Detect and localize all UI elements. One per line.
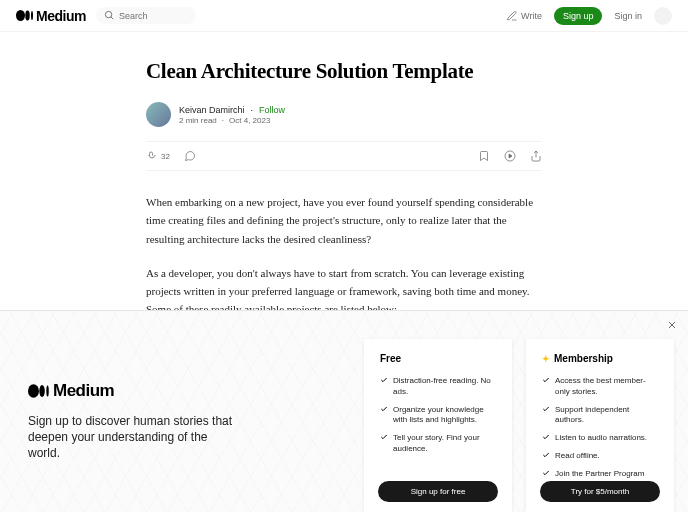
signup-overlay: Medium Sign up to discover human stories… <box>0 310 688 512</box>
try-membership-button[interactable]: Try for $5/month <box>540 481 660 502</box>
check-icon <box>542 451 550 459</box>
search-input[interactable] <box>119 11 179 21</box>
svg-marker-6 <box>509 154 512 158</box>
benefit-item: Distraction-free reading. No ads. <box>380 376 496 398</box>
search-icon <box>104 10 115 21</box>
benefit-item: Tell your story. Find your audience. <box>380 433 496 455</box>
follow-button[interactable]: Follow <box>259 105 285 115</box>
author-name[interactable]: Keivan Damirchi <box>179 105 245 115</box>
member-plan-card: ✦Membership Access the best member-only … <box>526 339 674 512</box>
medium-logo-icon <box>28 384 50 398</box>
share-button[interactable] <box>530 150 542 162</box>
play-icon <box>504 150 516 162</box>
check-icon <box>380 376 388 384</box>
free-plan-card: Free Distraction-free reading. No ads. O… <box>364 339 512 512</box>
check-icon <box>542 405 550 413</box>
clap-count: 32 <box>161 152 170 161</box>
article-actions: 32 <box>146 141 542 171</box>
author-avatar[interactable] <box>146 102 171 127</box>
svg-point-11 <box>39 385 45 397</box>
comment-icon <box>184 150 196 162</box>
publish-date: Oct 4, 2023 <box>229 116 270 125</box>
bookmark-icon <box>478 150 490 162</box>
author-info: Keivan Damirchi · Follow 2 min read · Oc… <box>179 105 285 125</box>
signup-button[interactable]: Sign up <box>554 7 603 25</box>
paragraph: When embarking on a new project, have yo… <box>146 193 542 247</box>
site-header: Medium Write Sign up Sign in <box>0 0 688 32</box>
play-button[interactable] <box>504 150 516 162</box>
member-title: ✦Membership <box>542 353 658 364</box>
check-icon <box>542 433 550 441</box>
clap-button[interactable]: 32 <box>146 150 170 162</box>
article: Clean Architecture Solution Template Kei… <box>134 58 554 318</box>
write-button[interactable]: Write <box>506 10 542 22</box>
bookmark-button[interactable] <box>478 150 490 162</box>
svg-point-10 <box>28 384 39 397</box>
clap-icon <box>146 150 158 162</box>
benefit-item: Listen to audio narrations. <box>542 433 658 444</box>
overlay-brand: Medium <box>53 381 114 401</box>
svg-line-4 <box>111 17 113 19</box>
overlay-tagline: Sign up to discover human stories that d… <box>28 413 238 462</box>
svg-point-3 <box>105 11 111 17</box>
write-icon <box>506 10 518 22</box>
check-icon <box>542 376 550 384</box>
svg-point-1 <box>25 11 30 21</box>
write-label: Write <box>521 11 542 21</box>
check-icon <box>542 469 550 477</box>
signin-button[interactable]: Sign in <box>614 11 642 21</box>
header-right: Write Sign up Sign in <box>506 7 672 25</box>
share-icon <box>530 150 542 162</box>
svg-point-0 <box>16 10 25 21</box>
free-title: Free <box>380 353 496 364</box>
overlay-logo: Medium <box>28 381 344 401</box>
medium-logo-icon <box>16 10 34 21</box>
benefit-item: Organize your knowledge with lists and h… <box>380 405 496 427</box>
benefit-item: Read offline. <box>542 451 658 462</box>
benefit-item: Support independent authors. <box>542 405 658 427</box>
svg-point-12 <box>46 386 48 397</box>
benefit-item: Access the best member-only stories. <box>542 376 658 398</box>
medium-logo[interactable]: Medium <box>16 8 86 24</box>
logo-text: Medium <box>36 8 86 24</box>
comment-button[interactable] <box>184 150 196 162</box>
star-icon: ✦ <box>542 354 550 364</box>
signup-free-button[interactable]: Sign up for free <box>378 481 498 502</box>
article-meta: Keivan Damirchi · Follow 2 min read · Oc… <box>146 102 542 127</box>
check-icon <box>380 405 388 413</box>
user-avatar[interactable] <box>654 7 672 25</box>
plan-cards: Free Distraction-free reading. No ads. O… <box>364 311 688 512</box>
svg-point-2 <box>31 11 33 20</box>
overlay-left: Medium Sign up to discover human stories… <box>0 311 364 512</box>
search-box[interactable] <box>96 7 196 24</box>
check-icon <box>380 433 388 441</box>
read-time: 2 min read <box>179 116 217 125</box>
article-title: Clean Architecture Solution Template <box>146 58 542 84</box>
